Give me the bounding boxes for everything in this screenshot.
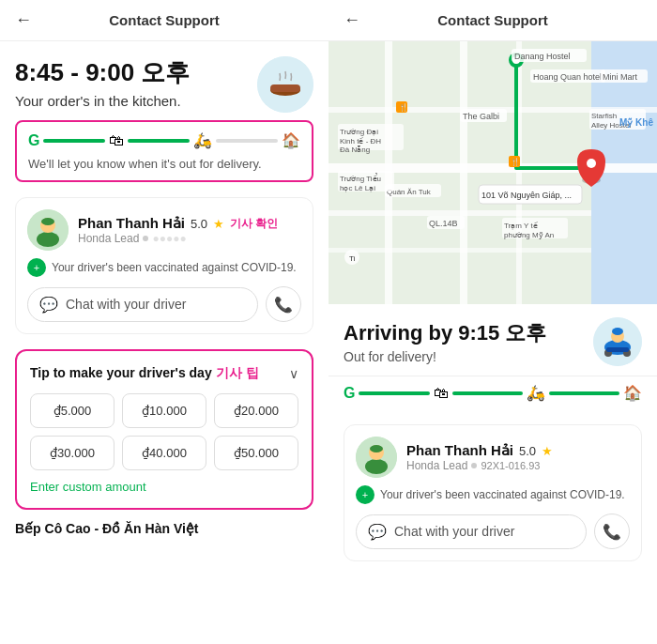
right-driver-name: Phan Thanh Hải (406, 442, 513, 459)
chat-label: Chat with your driver (66, 297, 186, 312)
chat-icon: 💬 (39, 296, 58, 314)
progress-line-2 (128, 139, 190, 143)
driver-name: Phan Thanh Hải (78, 215, 185, 232)
tip-chevron-icon[interactable]: ∨ (289, 366, 298, 381)
svg-rect-2 (270, 84, 300, 92)
svg-rect-60 (606, 347, 629, 352)
svg-text:Trường Tiểu: Trường Tiểu (340, 173, 381, 183)
right-line-1 (359, 391, 429, 395)
bag-icon: 🛍 (109, 132, 124, 149)
arrival-text-block: Arriving by 9:15 오후 Out for delivery! (344, 319, 546, 364)
right-line-2 (452, 391, 523, 395)
tip-amount-button[interactable]: ₫50.000 (214, 436, 298, 470)
svg-text:101 Võ Nguyên Giáp, ...: 101 Võ Nguyên Giáp, ... (481, 191, 572, 200)
right-vaccine-icon: + (356, 485, 374, 504)
chat-row: 💬 Chat with your driver 📞 (27, 286, 301, 322)
svg-text:🍴: 🍴 (399, 102, 408, 112)
svg-point-4 (37, 232, 59, 247)
right-back-button[interactable]: ← (344, 10, 360, 30)
left-content: 8:45 - 9:00 오후 Your order's in the kitch… (0, 41, 328, 644)
progress-track: G 🛍 🛵 🏠 (28, 131, 300, 149)
svg-point-6 (41, 218, 54, 225)
vaccine-icon: + (27, 258, 46, 277)
left-panel: ← Contact Support 8:45 - 9:00 오후 Your or… (0, 0, 328, 644)
call-driver-button[interactable]: 📞 (266, 286, 301, 322)
tip-amount-button[interactable]: ₫5.000 (30, 393, 115, 428)
scooter-icon: 🛵 (193, 131, 212, 149)
svg-point-62 (365, 459, 388, 474)
svg-text:Trường Đại: Trường Đại (340, 128, 378, 136)
arrival-time: Arriving by 9:15 오후 (344, 319, 546, 347)
map-container: Danang Hostel Hoang Quan hotel Mini Mart… (328, 41, 657, 304)
right-scooter-icon: 🛵 (527, 384, 545, 402)
right-driver-section: Phan Thanh Hải 5.0 ★ Honda Lead 92X1-016… (344, 424, 642, 561)
driver-rating: 5.0 (191, 217, 207, 231)
tip-amount-button[interactable]: ₫10.000 (122, 393, 206, 428)
svg-text:Ti: Ti (349, 254, 356, 263)
right-driver-info-row: Phan Thanh Hải 5.0 ★ Honda Lead 92X1-016… (356, 437, 630, 478)
svg-text:QL.14B: QL.14B (429, 219, 458, 228)
right-driver-vehicle: Honda Lead 92X1-016.93 (406, 459, 630, 472)
right-chat-row: 💬 Chat with your driver 📞 (356, 514, 630, 549)
progress-line-3 (216, 139, 278, 143)
right-progress-track: G 🛍 🛵 🏠 (344, 384, 642, 402)
tip-grid: ₫5.000₫10.000₫20.000₫30.000₫40.000₫50.00… (30, 393, 298, 470)
svg-text:phường Mỹ An: phường Mỹ An (504, 231, 554, 239)
right-chat-label: Chat with your driver (394, 524, 514, 539)
right-dot-separator (471, 463, 477, 468)
right-grab-logo-icon: G (344, 385, 355, 402)
right-progress-section: G 🛍 🛵 🏠 (328, 376, 657, 417)
phone-icon: 📞 (274, 296, 293, 314)
left-back-button[interactable]: ← (15, 10, 32, 30)
vaccine-badge: + Your driver's been vaccinated against … (27, 258, 301, 277)
arrival-section: Arriving by 9:15 오후 Out for delivery! (328, 304, 657, 376)
progress-message: We'll let you know when it's out for del… (28, 157, 300, 171)
order-header: 8:45 - 9:00 오후 Your order's in the kitch… (15, 56, 313, 109)
svg-text:Hoang Quan hotel: Hoang Quan hotel (533, 72, 602, 82)
svg-text:Trạm Y tế: Trạm Y tế (504, 222, 538, 230)
tip-amount-button[interactable]: ₫30.000 (30, 436, 115, 470)
right-line-3 (549, 391, 619, 395)
driver-verified-badge: 기사 확인 (230, 216, 278, 232)
driver-info-row: Phan Thanh Hải 5.0 ★ 기사 확인 Honda Lead ●●… (27, 209, 301, 251)
plate-blur: ●●●●● (152, 232, 186, 245)
arrival-status: Out for delivery! (344, 349, 546, 364)
right-driver-rating: 5.0 (519, 444, 536, 458)
right-bag-icon: 🛍 (434, 385, 449, 402)
right-driver-avatar (356, 437, 397, 478)
driver-vehicle: Honda Lead ●●●●● (78, 232, 301, 245)
right-driver-details: Phan Thanh Hải 5.0 ★ Honda Lead 92X1-016… (406, 442, 630, 472)
restaurant-name: Bếp Cô Cao - Đồ Ăn Hàn Việt (15, 521, 313, 536)
right-content: Phan Thanh Hải 5.0 ★ Honda Lead 92X1-016… (328, 417, 657, 644)
tip-amount-button[interactable]: ₫20.000 (214, 393, 298, 428)
right-header: ← Contact Support (328, 0, 657, 41)
delivery-avatar (593, 317, 642, 366)
right-vaccine-text: Your driver's been vaccinated against CO… (380, 488, 625, 501)
right-vaccine-badge: + Your driver's been vaccinated against … (356, 485, 630, 504)
svg-text:The Galbi: The Galbi (463, 112, 499, 121)
arrival-row: Arriving by 9:15 오후 Out for delivery! (344, 317, 642, 366)
order-avatar (257, 56, 313, 113)
tip-badge: 기사 팁 (216, 365, 259, 380)
map-svg: Danang Hostel Hoang Quan hotel Mini Mart… (328, 41, 657, 304)
svg-point-64 (370, 445, 383, 452)
home-icon: 🏠 (282, 131, 300, 149)
right-chat-driver-button[interactable]: 💬 Chat with your driver (356, 514, 587, 549)
progress-section: G 🛍 🛵 🏠 We'll let you know when it's out… (15, 120, 313, 182)
right-panel: ← Contact Support (328, 0, 657, 644)
svg-rect-14 (328, 210, 591, 216)
driver-section: Phan Thanh Hải 5.0 ★ 기사 확인 Honda Lead ●●… (15, 197, 313, 334)
left-header: ← Contact Support (0, 0, 328, 41)
vaccine-text: Your driver's been vaccinated against CO… (52, 261, 297, 274)
tip-section: Tip to make your driver's day 기사 팁 ∨ ₫5.… (15, 349, 313, 510)
right-call-driver-button[interactable]: 📞 (594, 514, 630, 549)
right-chat-icon: 💬 (368, 523, 387, 541)
svg-text:Starfish: Starfish (591, 112, 617, 120)
custom-amount-link[interactable]: Enter custom amount (30, 480, 146, 494)
chat-with-driver-button[interactable]: 💬 Chat with your driver (27, 287, 258, 322)
progress-line-1 (43, 139, 105, 143)
svg-point-19 (587, 159, 596, 168)
svg-text:🍴: 🍴 (511, 157, 520, 166)
driver-avatar (27, 209, 69, 251)
tip-amount-button[interactable]: ₫40.000 (122, 436, 206, 470)
